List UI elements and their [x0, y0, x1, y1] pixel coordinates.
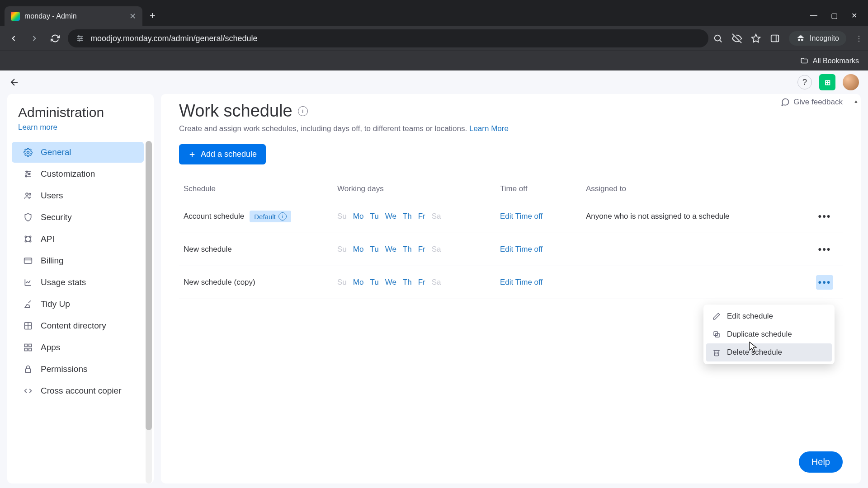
- favicon: [11, 12, 20, 21]
- menu-delete-schedule[interactable]: Delete schedule: [706, 343, 832, 361]
- shield-icon: [23, 213, 33, 222]
- sidebar-item-general[interactable]: General: [12, 142, 144, 163]
- eye-off-icon[interactable]: [732, 33, 742, 43]
- day-label: Su: [337, 212, 347, 221]
- site-settings-icon[interactable]: [76, 34, 84, 42]
- day-label: Th: [403, 245, 412, 254]
- sidebar-item-security[interactable]: Security: [12, 207, 144, 228]
- api-icon: [23, 235, 33, 244]
- trash-icon: [712, 348, 721, 357]
- sidebar-item-tidy-up[interactable]: Tidy Up: [12, 294, 144, 314]
- incognito-chip[interactable]: Incognito: [789, 31, 846, 46]
- sidebar-item-usage-stats[interactable]: Usage stats: [12, 272, 144, 293]
- new-tab-button[interactable]: +: [142, 10, 163, 26]
- schedule-name-cell: New schedule: [184, 245, 337, 254]
- sidebar-item-apps[interactable]: Apps: [12, 337, 144, 358]
- schedule-name: New schedule: [184, 245, 232, 254]
- edit-time-off-link[interactable]: Edit Time off: [500, 245, 542, 253]
- sidebar-item-permissions[interactable]: Permissions: [12, 359, 144, 380]
- sidebar-item-users[interactable]: Users: [12, 185, 144, 206]
- row-more-button[interactable]: •••: [816, 209, 833, 224]
- maximize-icon[interactable]: ▢: [831, 11, 838, 20]
- url-text: moodjoy.monday.com/admin/general/schedul…: [90, 34, 258, 43]
- help-button[interactable]: Help: [799, 451, 843, 473]
- assigned-to-cell: Anyone who is not assigned to a schedule: [586, 212, 811, 221]
- sidebar: Administration Learn more GeneralCustomi…: [7, 94, 154, 483]
- duplicate-icon: [712, 330, 721, 338]
- sidepanel-icon[interactable]: [770, 33, 780, 43]
- sliders-icon: [23, 169, 33, 178]
- forward-button[interactable]: [26, 30, 42, 47]
- sidebar-item-customization[interactable]: Customization: [12, 164, 144, 184]
- search-icon[interactable]: [713, 33, 723, 43]
- sidebar-item-label: API: [41, 234, 55, 244]
- app-header: ? ⊞: [0, 70, 868, 94]
- tab-title: monday - Admin: [24, 12, 125, 20]
- schedule-table: Schedule Working days Time off Assigned …: [179, 178, 843, 299]
- default-badge: Default i: [250, 211, 291, 222]
- table-header: Schedule Working days Time off Assigned …: [179, 178, 843, 200]
- main-content: Give feedback Work schedule i Create and…: [161, 94, 861, 483]
- star-icon[interactable]: [751, 33, 761, 43]
- app-root: ? ⊞ Administration Learn more GeneralCus…: [0, 70, 868, 488]
- schedule-name: New schedule (copy): [184, 278, 255, 287]
- scroll-up-arrow[interactable]: ▲: [854, 99, 860, 105]
- row-more-button[interactable]: •••: [816, 242, 833, 257]
- reload-button[interactable]: [47, 30, 63, 47]
- sidebar-item-api[interactable]: API: [12, 229, 144, 249]
- copy-icon: [23, 386, 33, 395]
- all-bookmarks-link[interactable]: All Bookmarks: [813, 57, 859, 65]
- bookmarks-bar: All Bookmarks: [0, 51, 868, 70]
- kebab-icon[interactable]: ⋮: [855, 34, 863, 43]
- back-button[interactable]: [5, 30, 22, 47]
- edit-time-off-link[interactable]: Edit Time off: [500, 278, 542, 286]
- menu-duplicate-schedule[interactable]: Duplicate schedule: [706, 325, 832, 343]
- url-input[interactable]: moodjoy.monday.com/admin/general/schedul…: [68, 29, 708, 47]
- sidebar-item-cross-account-copier[interactable]: Cross account copier: [12, 380, 144, 401]
- browser-tab[interactable]: monday - Admin ✕: [5, 6, 142, 26]
- app-back-button[interactable]: [9, 77, 20, 88]
- col-time-off: Time off: [500, 184, 586, 193]
- sidebar-item-label: Permissions: [41, 364, 87, 374]
- menu-edit-schedule[interactable]: Edit schedule: [706, 307, 832, 325]
- svg-rect-9: [771, 35, 779, 42]
- edit-time-off-link[interactable]: Edit Time off: [500, 212, 542, 221]
- gear-icon: [23, 148, 33, 157]
- add-schedule-button[interactable]: Add a schedule: [179, 144, 266, 164]
- sidebar-item-billing[interactable]: Billing: [12, 250, 144, 271]
- minimize-icon[interactable]: —: [810, 11, 817, 20]
- svg-point-22: [25, 240, 26, 242]
- day-label: Sa: [432, 278, 441, 287]
- row-more-button[interactable]: •••: [816, 275, 833, 290]
- sidebar-item-content-directory[interactable]: Content directory: [12, 315, 144, 336]
- broom-icon: [23, 300, 33, 309]
- close-tab-icon[interactable]: ✕: [129, 11, 136, 21]
- svg-point-3: [78, 36, 80, 37]
- sidebar-scrollbar-thumb[interactable]: [146, 141, 152, 430]
- incognito-icon: [796, 34, 805, 43]
- workspace-avatar[interactable]: ⊞: [819, 74, 835, 90]
- user-avatar[interactable]: [843, 74, 859, 90]
- browser-tab-strip: monday - Admin ✕ + — ▢ ✕: [0, 0, 868, 26]
- folder-icon: [800, 57, 808, 65]
- give-feedback-link[interactable]: Give feedback: [781, 98, 843, 107]
- svg-point-11: [27, 151, 29, 154]
- day-label: Mo: [353, 245, 364, 254]
- info-icon[interactable]: i: [298, 106, 308, 116]
- sidebar-item-label: Security: [41, 212, 72, 222]
- close-window-icon[interactable]: ✕: [851, 11, 857, 20]
- day-label: Fr: [418, 278, 425, 287]
- card-icon: [23, 256, 33, 265]
- learn-more-link[interactable]: Learn More: [469, 124, 509, 133]
- sidebar-learn-more[interactable]: Learn more: [7, 120, 154, 141]
- apps-icon: [23, 343, 33, 352]
- sidebar-item-label: Usage stats: [41, 277, 86, 287]
- plus-icon: [188, 150, 196, 159]
- info-icon[interactable]: i: [278, 212, 287, 221]
- sidebar-item-label: Billing: [41, 256, 64, 266]
- working-days-cell: SuMoTuWeThFrSa: [337, 245, 500, 254]
- svg-line-7: [720, 40, 722, 42]
- svg-point-4: [81, 38, 82, 39]
- day-label: We: [385, 245, 396, 254]
- help-icon[interactable]: ?: [797, 75, 812, 89]
